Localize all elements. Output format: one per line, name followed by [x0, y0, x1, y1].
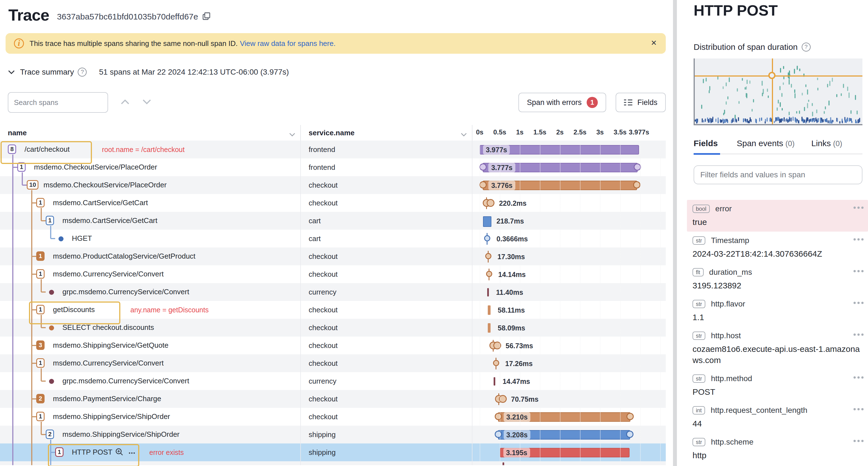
table-row[interactable]: 1msdemo.CartService/GetCartcart218.7ms [0, 212, 666, 230]
timeline-cell[interactable]: 3.195s [472, 443, 666, 461]
table-row[interactable]: 1msdemo.CartService/GetCartcheckout220.2… [0, 194, 666, 212]
trace-summary-label[interactable]: Trace summary [20, 68, 74, 76]
table-row[interactable] [0, 461, 666, 465]
table-row[interactable]: 1getDiscountsany.name = getDiscountschec… [0, 301, 666, 319]
span-count-badge[interactable]: 1 [46, 216, 54, 225]
table-row[interactable]: 1msdemo.CurrencyService/Convertcheckout1… [0, 265, 666, 283]
duration-label: 3.777s [488, 163, 515, 172]
span-count-badge[interactable]: 1 [36, 358, 44, 368]
bottom-band-dash [725, 119, 726, 123]
timeline-cell[interactable]: 14.47ms [472, 372, 666, 390]
more-icon[interactable] [852, 302, 864, 304]
more-icon[interactable] [852, 238, 864, 240]
tree-connector [32, 274, 36, 275]
tab-fields[interactable]: Fields [693, 139, 720, 154]
timeline-cell[interactable]: 56.73ms [472, 337, 666, 354]
timeline-cell[interactable]: 3.777s [472, 158, 666, 176]
span-count-badge[interactable]: 1 [55, 447, 63, 457]
timeline-cell[interactable]: 17.26ms [472, 354, 666, 372]
table-row[interactable]: 10msdemo.CheckoutService/PlaceOrdercheck… [0, 176, 666, 194]
bottom-band-dash [830, 117, 831, 121]
service-name-cell: checkout [301, 194, 472, 212]
bottom-band-dash [776, 117, 777, 121]
bottom-band-dash [787, 120, 788, 123]
timeline-cell[interactable]: 3.208s [472, 426, 666, 443]
timeline-cell[interactable]: 3.776s [472, 176, 666, 194]
table-row[interactable]: 1HTTP POST•••error existsshipping3.195s [0, 443, 666, 461]
bottom-band-dash [747, 119, 748, 122]
tab-span-events[interactable]: Span events(0) [737, 139, 795, 154]
timeline-cell[interactable]: 70.75ms [472, 390, 666, 408]
span-count-badge[interactable]: 8 [8, 144, 16, 154]
span-count-badge[interactable]: 1 [36, 305, 44, 314]
table-row[interactable]: 3msdemo.ShippingService/GetQuotecheckout… [0, 337, 666, 354]
more-icon[interactable] [852, 270, 864, 272]
view-raw-data-link[interactable]: View raw data for spans here. [240, 39, 335, 48]
scatter-dash [782, 108, 783, 110]
duration-dot [493, 360, 499, 366]
more-icon[interactable] [852, 440, 864, 442]
table-row[interactable]: 8/cart/checkoutroot.name = /cart/checkou… [0, 141, 666, 158]
span-count-badge[interactable]: 10 [27, 180, 38, 190]
column-header-service[interactable]: service.name [309, 129, 354, 137]
scatter-dash [816, 109, 817, 113]
timeline-cell[interactable]: 3.210s [472, 408, 666, 426]
timeline-cell[interactable]: 0.3666ms [472, 230, 666, 247]
bottom-band-dash [846, 120, 847, 123]
more-icon[interactable] [852, 206, 864, 209]
chevron-down-icon[interactable] [289, 130, 295, 139]
span-name-cell: 1msdemo.CartService/GetCart [0, 194, 301, 212]
span-count-badge[interactable]: 2 [36, 394, 44, 403]
copy-icon[interactable] [203, 12, 210, 22]
span-count-badge[interactable]: 1 [36, 252, 44, 261]
span-count-badge[interactable]: 1 [36, 198, 44, 207]
timeline-cell[interactable]: 218.7ms [472, 212, 666, 230]
span-count-badge[interactable]: 1 [17, 162, 26, 172]
table-row[interactable]: 2msdemo.ShippingService/ShipOrdershippin… [0, 426, 666, 443]
duration-scatter-chart[interactable] [693, 59, 862, 125]
timeline-cell[interactable]: 11.40ms [472, 283, 666, 301]
help-icon[interactable]: ? [802, 42, 811, 52]
table-row[interactable]: 1msdemo.CurrencyService/Convertcheckout1… [0, 354, 666, 372]
timeline-cell[interactable]: 3.977s [472, 141, 666, 158]
table-row[interactable]: 1msdemo.ShippingService/ShipOrdercheckou… [0, 408, 666, 426]
more-icon[interactable] [852, 376, 864, 378]
timeline-cell[interactable]: 220.2ms [472, 194, 666, 212]
more-icon[interactable] [852, 333, 864, 336]
table-row[interactable]: SELECT checkout.discountscheckout58.09ms [0, 319, 666, 337]
span-count-badge[interactable]: 1 [36, 269, 44, 279]
span-count-badge[interactable]: 1 [36, 412, 44, 421]
bottom-band-dash [809, 119, 811, 122]
table-row[interactable]: grpc.msdemo.CurrencyService/Convertcurre… [0, 283, 666, 301]
close-icon[interactable]: ✕ [651, 39, 657, 47]
chevron-down-icon[interactable] [8, 68, 15, 76]
help-icon[interactable]: ? [78, 68, 87, 76]
zoom-in-icon[interactable] [115, 448, 124, 459]
service-name: frontend [309, 145, 335, 154]
prev-match-button[interactable] [120, 98, 130, 107]
chevron-down-icon[interactable] [461, 130, 467, 139]
timeline-cell[interactable]: 17.30ms [472, 247, 666, 265]
column-header-name[interactable]: name [8, 129, 27, 137]
table-row[interactable]: grpc.msdemo.CurrencyService/Convertcurre… [0, 372, 666, 390]
more-icon[interactable]: ••• [129, 449, 136, 457]
timeline-cell[interactable]: 58.11ms [472, 301, 666, 319]
table-row[interactable]: HGETcart0.3666ms [0, 230, 666, 247]
timeline-cell[interactable]: 14.14ms [472, 265, 666, 283]
tab-links[interactable]: Links(0) [811, 139, 842, 154]
filter-fields-input[interactable] [693, 165, 862, 184]
search-input[interactable] [8, 92, 108, 113]
next-match-button[interactable] [142, 98, 152, 107]
scatter-dash [746, 86, 747, 90]
table-row[interactable]: 2msdemo.PaymentService/Chargecheckout70.… [0, 390, 666, 408]
span-count-badge[interactable]: 2 [46, 430, 54, 439]
table-row[interactable]: 1msdemo.CheckoutService/PlaceOrderfronte… [0, 158, 666, 176]
panel-divider[interactable] [673, 0, 677, 466]
span-with-errors-button[interactable]: Span with errors 1 [518, 93, 606, 112]
table-row[interactable]: 1msdemo.ProductCatalogService/GetProduct… [0, 247, 666, 265]
bottom-band-dash [817, 118, 819, 122]
timeline-cell[interactable]: 58.09ms [472, 319, 666, 337]
span-count-badge[interactable]: 3 [36, 340, 44, 350]
more-icon[interactable] [852, 408, 864, 410]
fields-button[interactable]: Fields [616, 93, 666, 112]
